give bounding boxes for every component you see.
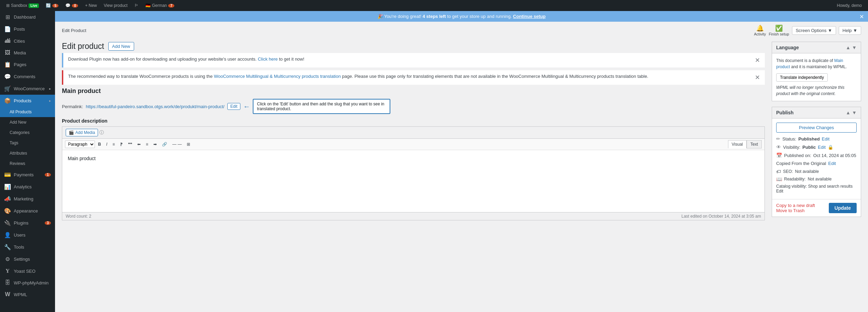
sidebar-item-phpmyadmin[interactable]: 🗄 WP-phpMyAdmin bbox=[0, 277, 55, 289]
updates[interactable]: 🔄 5 bbox=[42, 0, 62, 11]
plugins-badge: 3 bbox=[45, 221, 51, 225]
notice-plugin-dismiss[interactable]: ✕ bbox=[755, 56, 760, 64]
screen-options-btn[interactable]: Screen Options ▼ bbox=[792, 26, 836, 35]
add-media-btn[interactable]: 🎬 Add Media bbox=[66, 129, 98, 136]
sidebar-item-tags[interactable]: Tags bbox=[0, 138, 55, 148]
ul-btn[interactable]: ≡ bbox=[110, 141, 117, 148]
format-select[interactable]: Paragraph bbox=[65, 141, 95, 148]
copy-draft-link[interactable]: Copy to a new draft bbox=[776, 203, 815, 208]
update-btn[interactable]: Update bbox=[829, 203, 857, 213]
view-product-bar[interactable]: View product bbox=[100, 0, 131, 11]
comments[interactable]: 💬 0 bbox=[62, 0, 82, 11]
align-center-btn[interactable]: ≡ bbox=[144, 141, 150, 148]
text-tab[interactable]: Text bbox=[747, 140, 762, 148]
sidebar-item-appearance[interactable]: 🎨 Appearance bbox=[0, 205, 55, 217]
sidebar-item-attributes[interactable]: Attributes bbox=[0, 148, 55, 158]
notice-wpml-link[interactable]: WooCommerce Multilingual & Multicurrency… bbox=[214, 74, 341, 79]
link-btn[interactable]: 🔗 bbox=[160, 141, 169, 148]
language-panel-body: This document is a duplicate of Main pro… bbox=[772, 53, 861, 101]
sidebar-item-tools[interactable]: 🔧 Tools bbox=[0, 241, 55, 253]
sidebar-item-media[interactable]: 🖼 Media bbox=[0, 47, 55, 59]
sidebar-item-analytics[interactable]: 📊 Analytics bbox=[0, 181, 55, 193]
sidebar-item-yoast[interactable]: Y Yoast SEO bbox=[0, 265, 55, 277]
catalog-edit-link[interactable]: Edit bbox=[776, 189, 783, 194]
blockquote-btn[interactable]: ❝❝ bbox=[126, 141, 134, 148]
editor-info-icon[interactable]: ⓘ bbox=[99, 129, 104, 136]
bold-btn[interactable]: B bbox=[96, 141, 103, 148]
marketing-icon: 📣 bbox=[4, 196, 11, 202]
language-panel-header[interactable]: Language ▲ ▼ bbox=[772, 42, 861, 53]
publish-panel-header[interactable]: Publish ▲ ▼ bbox=[772, 107, 861, 118]
sidebar-item-all-products[interactable]: All Products bbox=[0, 107, 55, 117]
sidebar-item-posts[interactable]: 📄 Posts bbox=[0, 23, 55, 35]
help-btn[interactable]: Help ▼ bbox=[839, 26, 861, 35]
permalink-edit-btn[interactable]: Edit bbox=[227, 103, 241, 110]
ol-btn[interactable]: ⁋ bbox=[118, 141, 125, 148]
publish-chevron-up: ▲ bbox=[846, 110, 850, 115]
sidebar-item-cities[interactable]: 🏙 Cities bbox=[0, 35, 55, 47]
notice-wpml-dismiss[interactable]: ✕ bbox=[755, 74, 760, 81]
sidebar-item-pages[interactable]: 📋 Pages bbox=[0, 59, 55, 71]
permalink-url[interactable]: https://beautiful-pandeiro.sandbox.otgs.… bbox=[86, 104, 224, 109]
catalog-label: Catalog visibility: bbox=[776, 184, 807, 189]
notice-plugin-link[interactable]: Click here bbox=[258, 56, 278, 62]
language-panel: Language ▲ ▼ This document is a duplicat… bbox=[772, 42, 861, 101]
move-to-trash-link[interactable]: Move to Trash bbox=[776, 208, 804, 213]
activity-btn[interactable]: 🔔 Activity bbox=[754, 24, 766, 36]
sidebar-item-reviews[interactable]: Reviews bbox=[0, 158, 55, 169]
catalog-row: Catalog visibility: Shop and search resu… bbox=[776, 184, 857, 194]
chevron-up-icon: ▲ bbox=[846, 45, 850, 50]
align-right-btn[interactable]: ➡ bbox=[151, 141, 159, 148]
breadcrumb: Edit Product bbox=[62, 28, 86, 33]
language-panel-toggle: ▲ ▼ bbox=[846, 45, 857, 50]
sidebar-item-add-new[interactable]: Add New bbox=[0, 117, 55, 127]
align-left-btn[interactable]: ⬅ bbox=[135, 141, 143, 148]
fullscreen-btn[interactable]: ⊞ bbox=[185, 141, 192, 148]
sidebar-item-payments[interactable]: 💳 Payments 1 bbox=[0, 169, 55, 181]
main-product-title: Main product bbox=[62, 87, 765, 95]
more-btn[interactable]: — — bbox=[170, 141, 184, 148]
sidebar-item-users[interactable]: 👤 Users bbox=[0, 229, 55, 241]
setup-banner-close[interactable]: ✕ bbox=[859, 13, 864, 20]
lang-switcher[interactable]: 🇩🇪 German 7 bbox=[142, 0, 178, 11]
wp-layout: ⊞ Dashboard 📄 Posts 🏙 Cities 🖼 Media 📋 P… bbox=[0, 11, 868, 312]
sidebar-item-marketing[interactable]: 📣 Marketing bbox=[0, 193, 55, 205]
continue-setup-link[interactable]: Continue setup bbox=[513, 14, 546, 19]
italic-btn[interactable]: I bbox=[104, 141, 109, 148]
publish-panel-toggle: ▲ ▼ bbox=[846, 110, 857, 115]
media-label: Media bbox=[14, 50, 26, 55]
permalink-arrow: ← bbox=[243, 103, 250, 111]
products-submenu: All Products Add New Categories Tags Att… bbox=[0, 107, 55, 169]
comments-menu-label: Comments bbox=[14, 74, 35, 79]
add-new-label: + New bbox=[85, 3, 97, 8]
sidebar-item-products[interactable]: 📦 Products bbox=[0, 95, 55, 107]
visibility-row: 👁 Visibility: Public Edit 🔒 bbox=[776, 144, 857, 150]
seo-label: SEO: bbox=[783, 169, 793, 174]
products-label: Products bbox=[14, 98, 31, 103]
site-name[interactable]: ⊞ Sandbox Live bbox=[3, 0, 42, 11]
sidebar-item-plugins[interactable]: 🔌 Plugins 3 bbox=[0, 217, 55, 229]
status-icon: ✏ bbox=[776, 136, 780, 142]
lang-doc-suffix: and it is maintained by WPML. bbox=[791, 64, 847, 69]
add-new-bar[interactable]: + New bbox=[82, 0, 100, 11]
editor-content[interactable]: Main product bbox=[62, 150, 764, 212]
publish-panel-actions: Copy to a new draft Move to Trash Update bbox=[772, 199, 861, 217]
format-bar: Paragraph B I ≡ ⁋ ❝❝ ⬅ ≡ ➡ 🔗 — — bbox=[62, 139, 764, 150]
sidebar-item-wpml[interactable]: W WPML bbox=[0, 289, 55, 300]
add-new-button[interactable]: Add New bbox=[108, 42, 134, 51]
visibility-edit-link[interactable]: Edit bbox=[818, 145, 825, 150]
howdy[interactable]: Howdy, demo bbox=[834, 0, 865, 11]
wpml-flag[interactable]: 🏳 bbox=[131, 0, 142, 11]
preview-changes-btn[interactable]: Preview Changes bbox=[776, 123, 857, 133]
finish-setup-btn[interactable]: ✅ Finish setup bbox=[769, 24, 789, 36]
sidebar-item-comments[interactable]: 💬 Comments bbox=[0, 71, 55, 83]
status-edit-link[interactable]: Edit bbox=[822, 136, 829, 142]
pages-icon: 📋 bbox=[4, 61, 11, 68]
sidebar-item-categories[interactable]: Categories bbox=[0, 127, 55, 138]
sidebar-item-settings[interactable]: ⚙ Settings bbox=[0, 253, 55, 265]
sidebar-item-dashboard[interactable]: ⊞ Dashboard bbox=[0, 11, 55, 23]
translate-independently-btn[interactable]: Translate independently bbox=[776, 73, 828, 82]
visual-tab[interactable]: Visual bbox=[728, 140, 747, 148]
sidebar-item-woocommerce[interactable]: 🛒 WooCommerce bbox=[0, 83, 55, 95]
copied-edit-link[interactable]: Edit bbox=[828, 161, 836, 166]
